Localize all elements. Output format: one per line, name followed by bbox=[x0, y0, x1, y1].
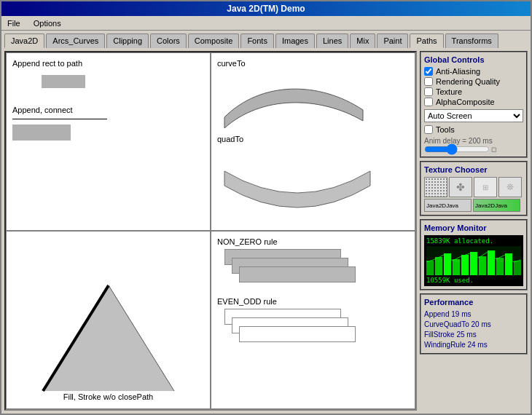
texture-preview-2: Java2DJava bbox=[473, 199, 520, 212]
performance-title: Performance bbox=[424, 298, 523, 307]
panel-triangle: Fill, Stroke w/o closePath bbox=[6, 231, 211, 409]
tab-transforms[interactable]: Transforms bbox=[445, 33, 498, 48]
rendering-quality-row: Rendering Quality bbox=[424, 77, 523, 86]
performance-section: Performance Append 19 ms CurveQuadTo 20 … bbox=[420, 293, 528, 355]
texture-chooser-section: Texture Chooser ✤ ⊞ ❊ Java2DJava Java2DJ… bbox=[420, 161, 528, 216]
anim-delay-slider[interactable] bbox=[424, 145, 490, 154]
memory-bars bbox=[426, 246, 521, 275]
svg-rect-10 bbox=[488, 250, 495, 275]
right-panel: Global Controls Anti-Aliasing Rendering … bbox=[420, 51, 528, 411]
svg-rect-6 bbox=[453, 259, 460, 275]
panel1-label: Append rect to path bbox=[12, 59, 82, 68]
svg-rect-7 bbox=[461, 255, 469, 275]
tab-bar: Java2D Arcs_Curves Clipping Colors Compo… bbox=[1, 31, 531, 48]
tab-fonts[interactable]: Fonts bbox=[240, 33, 274, 48]
memory-allocated: 15839K allocated. bbox=[426, 237, 521, 245]
tab-mix[interactable]: Mix bbox=[350, 33, 375, 48]
memory-monitor-title: Memory Monitor bbox=[424, 224, 523, 232]
svg-rect-4 bbox=[435, 257, 442, 275]
menu-bar: File Options bbox=[1, 16, 531, 31]
content-area: Append rect to path Append, connect curv… bbox=[1, 48, 531, 414]
alpha-composite-label: AlphaComposite bbox=[436, 98, 495, 106]
main-window: Java 2D(TM) Demo File Options Java2D Arc… bbox=[0, 0, 532, 415]
texture-grid: ✤ ⊞ ❊ bbox=[424, 177, 523, 197]
menu-options[interactable]: Options bbox=[31, 18, 64, 28]
memory-monitor-section: Memory Monitor 15839K allocated. bbox=[420, 219, 528, 290]
svg-rect-12 bbox=[505, 253, 512, 275]
anti-aliasing-label: Anti-Aliasing bbox=[436, 67, 480, 76]
svg-rect-9 bbox=[479, 256, 486, 275]
texture-thumb-4[interactable]: ❊ bbox=[498, 177, 522, 197]
rendering-quality-label: Rendering Quality bbox=[436, 77, 500, 86]
anti-aliasing-checkbox[interactable] bbox=[424, 67, 433, 76]
texture-label: Texture bbox=[436, 87, 462, 96]
panel-curveto: curveTo quadTo bbox=[211, 52, 415, 231]
tab-composite[interactable]: Composite bbox=[188, 33, 240, 48]
texture-label-2: Java2DJava bbox=[475, 202, 507, 209]
global-controls-section: Global Controls Anti-Aliasing Rendering … bbox=[420, 51, 528, 158]
anti-aliasing-row: Anti-Aliasing bbox=[424, 67, 523, 76]
demo-panels: Append rect to path Append, connect curv… bbox=[4, 51, 417, 411]
slider-thumb-icon: ◻ bbox=[491, 146, 496, 153]
svg-rect-5 bbox=[444, 253, 451, 275]
panel-winding-rules: NON_ZERO rule EVEN_ODD rule bbox=[211, 231, 415, 409]
tab-paint[interactable]: Paint bbox=[377, 33, 408, 48]
tab-clipping[interactable]: Clipping bbox=[106, 33, 149, 48]
perf-row-2: FillStroke 25 ms bbox=[424, 330, 523, 340]
panel7-label: EVEN_ODD rule bbox=[217, 297, 277, 306]
panel5-label: Fill, Stroke w/o closePath bbox=[63, 392, 154, 401]
tab-paths[interactable]: Paths bbox=[410, 33, 443, 48]
svg-rect-3 bbox=[426, 261, 434, 275]
alpha-composite-checkbox[interactable] bbox=[424, 98, 433, 106]
screen-dropdown[interactable]: Auto Screen Screen 1 Screen 2 bbox=[424, 109, 523, 122]
panel3-label: quadTo bbox=[217, 135, 243, 143]
tab-lines[interactable]: Lines bbox=[316, 33, 348, 48]
global-controls-title: Global Controls bbox=[424, 55, 523, 64]
svg-rect-13 bbox=[514, 261, 521, 275]
panel4-label: Append, connect bbox=[12, 106, 73, 114]
texture-preview: Java2DJava Java2DJava bbox=[424, 199, 523, 212]
title-bar: Java 2D(TM) Demo bbox=[1, 1, 531, 16]
svg-rect-11 bbox=[496, 258, 504, 275]
menu-file[interactable]: File bbox=[4, 18, 23, 28]
tools-row: Tools bbox=[424, 125, 523, 134]
panel2-label: curveTo bbox=[217, 59, 246, 68]
texture-preview-1: Java2DJava bbox=[424, 199, 472, 212]
texture-checkbox[interactable] bbox=[424, 87, 433, 96]
tools-label: Tools bbox=[436, 125, 455, 134]
texture-thumb-3[interactable]: ⊞ bbox=[474, 177, 497, 197]
perf-row-1: CurveQuadTo 20 ms bbox=[424, 320, 523, 330]
tab-java2d[interactable]: Java2D bbox=[4, 33, 44, 48]
tab-arcs-curves[interactable]: Arcs_Curves bbox=[46, 33, 105, 48]
rendering-quality-checkbox[interactable] bbox=[424, 77, 433, 86]
tab-colors[interactable]: Colors bbox=[150, 33, 187, 48]
perf-row-3: WindingRule 24 ms bbox=[424, 340, 523, 350]
tab-images[interactable]: Images bbox=[275, 33, 315, 48]
anim-delay-container: Anim delay = 200 ms ◻ bbox=[424, 137, 523, 154]
panel-append-rect: Append rect to path Append, connect bbox=[6, 52, 211, 231]
anim-delay-slider-row: ◻ bbox=[424, 145, 523, 154]
memory-used: 10559K used. bbox=[426, 277, 521, 284]
rect-shape-1 bbox=[42, 75, 85, 88]
perf-row-0: Append 19 ms bbox=[424, 309, 523, 320]
texture-thumb-1[interactable] bbox=[424, 177, 447, 197]
tools-checkbox[interactable] bbox=[424, 125, 433, 134]
alpha-composite-row: AlphaComposite bbox=[424, 98, 523, 106]
panel6-label: NON_ZERO rule bbox=[217, 237, 278, 246]
window-title: Java 2D(TM) Demo bbox=[227, 4, 305, 14]
texture-label-1: Java2DJava bbox=[426, 202, 458, 209]
memory-display: 15839K allocated. bbox=[424, 235, 523, 286]
texture-chooser-title: Texture Chooser bbox=[424, 165, 523, 174]
texture-thumb-2[interactable]: ✤ bbox=[449, 177, 472, 197]
screen-dropdown-row: Auto Screen Screen 1 Screen 2 bbox=[424, 109, 523, 122]
svg-marker-0 bbox=[43, 285, 174, 391]
texture-row: Texture bbox=[424, 87, 523, 96]
